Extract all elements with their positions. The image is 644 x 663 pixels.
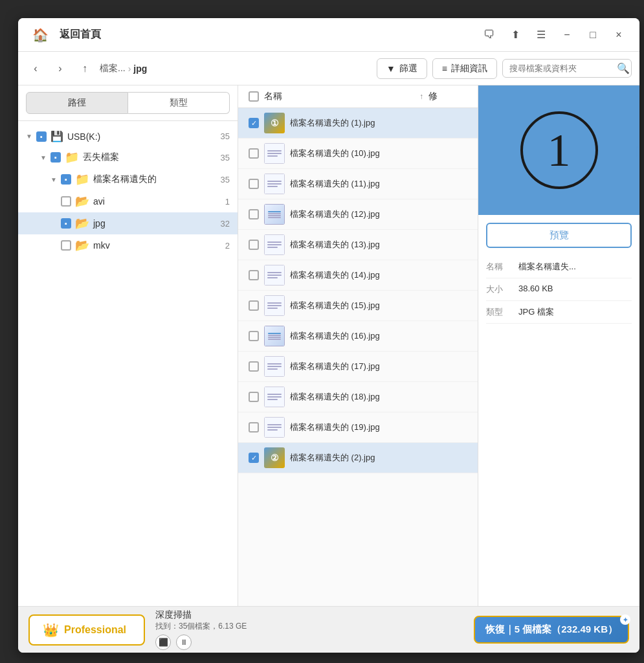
checkbox-avi[interactable] [61, 196, 71, 207]
file-checkbox[interactable] [249, 392, 259, 402]
file-name: 檔案名稱遺失的 (18).jpg [290, 391, 467, 403]
count-jpg: 32 [221, 219, 230, 229]
sparkle-icon: ✦ [620, 614, 630, 625]
file-thumbnail [264, 143, 285, 164]
tree-item-unnamed[interactable]: ▼ ▪ 📁 檔案名稱遺失的 35 [18, 168, 238, 190]
recover-button[interactable]: 恢復｜5 個檔案（232.49 KB） ✦ [474, 616, 629, 644]
checkbox-unnamed[interactable]: ▪ [61, 174, 71, 185]
menu-button[interactable]: ☰ [531, 25, 551, 45]
file-list-body: ✓①檔案名稱遺失的 (1).jpg檔案名稱遺失的 (10).jpg檔案名稱遺失的… [238, 108, 478, 606]
search-box[interactable]: 🔍 [502, 59, 632, 78]
preview-button[interactable]: 預覽 [486, 223, 632, 248]
detail-label: 詳細資訊 [451, 63, 487, 74]
file-row[interactable]: 檔案名稱遺失的 (18).jpg [238, 382, 478, 412]
file-row[interactable]: 檔案名稱遺失的 (15).jpg [238, 291, 478, 321]
info-row-name: 名稱 檔案名稱遺失... [486, 256, 632, 278]
filter-button[interactable]: ▼ 篩選 [377, 58, 427, 79]
checkbox-select-all[interactable] [249, 91, 259, 102]
tab-path[interactable]: 路徑 [26, 92, 128, 114]
toggle-arrow-unnamed: ▼ [50, 176, 57, 183]
maximize-button[interactable]: □ [583, 25, 603, 45]
file-row[interactable]: 檔案名稱遺失的 (10).jpg [238, 139, 478, 169]
close-button[interactable]: × [608, 25, 629, 45]
info-type-label: 類型 [486, 306, 518, 318]
file-checkbox[interactable] [249, 300, 259, 311]
file-checkbox[interactable] [249, 209, 259, 219]
scan-pause-button[interactable]: ⏸ [176, 635, 192, 650]
breadcrumb-sep: › [128, 63, 131, 74]
crown-icon: 👑 [43, 622, 59, 638]
file-checkbox[interactable] [249, 240, 259, 250]
info-row-size: 大小 38.60 KB [486, 278, 632, 301]
file-name: 檔案名稱遺失的 (15).jpg [290, 300, 467, 311]
file-name: 檔案名稱遺失的 (19).jpg [290, 421, 467, 433]
checkbox-jpg[interactable]: ▪ [61, 218, 71, 229]
file-thumbnail [264, 387, 285, 407]
scan-stop-button[interactable]: ⬛ [155, 635, 171, 650]
file-row[interactable]: 檔案名稱遺失的 (12).jpg [238, 199, 478, 230]
search-input[interactable] [509, 63, 613, 73]
tree-item-usb[interactable]: ▼ ▪ 💾 USB(K:) 35 [18, 126, 238, 146]
checkbox-lost[interactable]: ▪ [50, 152, 61, 163]
folder-icon-avi: 📂 [75, 194, 89, 208]
file-thumbnail [264, 326, 285, 346]
file-row[interactable]: ✓①檔案名稱遺失的 (1).jpg [238, 108, 478, 139]
forward-button[interactable]: › [50, 59, 70, 78]
info-type-value: JPG 檔案 [518, 306, 632, 318]
title-bar: 🏠 返回首頁 🗨 ⬆ ☰ − □ × [18, 18, 639, 52]
tree-item-avi[interactable]: 📂 avi 1 [18, 190, 238, 212]
breadcrumb-parent[interactable]: 檔案... [100, 63, 126, 74]
share-button[interactable]: ⬆ [505, 25, 526, 45]
info-name-label: 名稱 [486, 261, 518, 273]
file-checkbox[interactable]: ✓ [249, 118, 259, 128]
path-type-tabs: 路徑 類型 [18, 85, 238, 121]
file-row[interactable]: 檔案名稱遺失的 (11).jpg [238, 169, 478, 199]
file-thumbnail [264, 417, 285, 438]
emoji-button[interactable]: 🗨 [479, 25, 500, 45]
file-row[interactable]: 檔案名稱遺失的 (16).jpg [238, 321, 478, 352]
tree-label-jpg: jpg [93, 218, 105, 229]
file-row[interactable]: 檔案名稱遺失的 (17).jpg [238, 352, 478, 382]
tree-item-jpg[interactable]: ▪ 📂 jpg 32 [18, 212, 238, 234]
sort-icon[interactable]: ↑ [419, 92, 423, 101]
count-lost: 35 [221, 153, 230, 163]
back-button[interactable]: ‹ [26, 59, 45, 78]
app-window: 🏠 返回首頁 🗨 ⬆ ☰ − □ × ‹ › ↑ 檔案... › jpg ▼ 篩… [18, 18, 639, 653]
window-controls: 🗨 ⬆ ☰ − □ × [479, 25, 629, 45]
file-name: 檔案名稱遺失的 (13).jpg [290, 239, 467, 251]
up-button[interactable]: ↑ [75, 59, 94, 78]
info-size-label: 大小 [486, 284, 518, 295]
breadcrumb-current: jpg [133, 63, 147, 74]
file-row[interactable]: 檔案名稱遺失的 (19).jpg [238, 412, 478, 443]
file-name: 檔案名稱遺失的 (10).jpg [290, 148, 467, 159]
file-checkbox[interactable] [249, 179, 259, 189]
file-row[interactable]: ✓②檔案名稱遺失的 (2).jpg [238, 443, 478, 473]
file-checkbox[interactable] [249, 148, 259, 159]
checkbox-mkv[interactable] [61, 240, 71, 251]
tree-item-lost[interactable]: ▼ ▪ 📁 丟失檔案 35 [18, 146, 238, 168]
breadcrumb: 檔案... › jpg [100, 63, 147, 74]
checkbox-usb[interactable]: ▪ [36, 131, 47, 142]
home-button[interactable]: 🏠 [28, 23, 52, 47]
tree-label-mkv: mkv [93, 240, 110, 251]
detail-button[interactable]: ≡ 詳細資訊 [432, 58, 497, 79]
count-usb: 35 [221, 131, 230, 141]
file-checkbox[interactable] [249, 331, 259, 341]
scroll-indicator: ▶ [636, 142, 639, 158]
file-checkbox[interactable] [249, 270, 259, 280]
file-row[interactable]: 檔案名稱遺失的 (13).jpg [238, 230, 478, 260]
file-thumbnail [264, 265, 285, 286]
tab-type[interactable]: 類型 [128, 92, 230, 114]
file-checkbox[interactable] [249, 361, 259, 372]
file-thumbnail: ② [264, 447, 285, 468]
minimize-button[interactable]: − [557, 25, 577, 45]
file-checkbox[interactable] [249, 422, 259, 433]
tree-item-mkv[interactable]: 📂 mkv 2 [18, 234, 238, 256]
count-avi: 1 [225, 197, 230, 207]
count-mkv: 2 [225, 241, 230, 251]
pro-button[interactable]: 👑 Professional [28, 614, 145, 646]
file-thumbnail: ① [264, 113, 285, 133]
file-checkbox[interactable]: ✓ [249, 453, 259, 463]
file-row[interactable]: 檔案名稱遺失的 (14).jpg [238, 260, 478, 291]
folder-icon-mkv: 📂 [75, 238, 89, 253]
